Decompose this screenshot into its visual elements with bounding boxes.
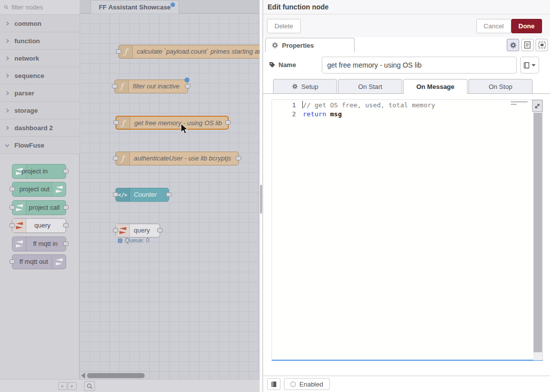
output-port[interactable] (63, 241, 69, 246)
category-label: storage (14, 107, 38, 114)
name-form-row: Name (263, 52, 550, 78)
mqtt-icon (52, 255, 66, 269)
flow-tab[interactable]: FF Assistant Showcase (91, 0, 179, 13)
palette-category-dashboard2[interactable]: dashboard 2 (0, 119, 80, 137)
input-port[interactable] (113, 156, 118, 160)
tab-on-start[interactable]: On Start (338, 79, 402, 94)
node-status: Queue: 0 (118, 237, 149, 244)
output-port[interactable] (236, 156, 241, 160)
properties-tab-label: Properties (282, 42, 314, 49)
input-port[interactable] (113, 192, 118, 197)
footer-library-button[interactable] (267, 378, 280, 390)
code-editor[interactable]: 1 // get OS free, used, total memory 2 r… (272, 99, 543, 361)
chevron-right-icon (5, 91, 9, 95)
input-port[interactable] (9, 223, 15, 228)
palette-category-flowfuse[interactable]: FlowFuse (0, 137, 80, 154)
palette-search-input[interactable] (11, 3, 71, 11)
output-port[interactable] (157, 228, 163, 233)
flow-node-calculate-primes[interactable]: ƒ calculate `payload.count` primes start… (118, 45, 260, 59)
flow-modified-dot (171, 2, 175, 7)
palette-footer: « » (0, 379, 80, 392)
tab-setup[interactable]: Setup (273, 79, 337, 94)
tab-on-message[interactable]: On Message (403, 79, 467, 94)
flow-node-get-free-memory[interactable]: ƒ get free memory - using OS lib (115, 116, 229, 130)
chevron-right-icon (5, 56, 9, 61)
delete-button[interactable]: Delete (267, 19, 301, 33)
workspace-search-button[interactable] (84, 381, 95, 391)
palette-category-common[interactable]: common (0, 15, 80, 32)
hscroll-thumb[interactable] (87, 373, 145, 378)
flow-workspace[interactable]: FF Assistant Showcase ƒ calculate `paylo… (80, 0, 260, 392)
edit-properties-button[interactable] (507, 39, 519, 51)
tab-label: Setup (301, 83, 318, 90)
palette-category-function[interactable]: function (0, 32, 80, 50)
tray-header: Edit function node (263, 0, 550, 14)
palette-node-ff-mqtt-out[interactable]: ff mqtt out (12, 254, 66, 269)
canvas-vscroll-thumb[interactable] (260, 185, 262, 214)
library-button[interactable] (520, 57, 539, 74)
input-port[interactable] (9, 187, 15, 191)
palette-node-project-call[interactable]: project call (12, 200, 66, 215)
palette-category-parser[interactable]: parser (0, 84, 80, 102)
edit-description-button[interactable] (521, 39, 534, 51)
enabled-toggle-button[interactable]: Enabled (284, 378, 330, 390)
output-port[interactable] (63, 205, 69, 210)
output-port[interactable] (185, 84, 190, 88)
palette-node-ff-mqtt-in[interactable]: ff mqtt in (12, 236, 66, 251)
flow-tab-label: FF Assistant Showcase (99, 3, 171, 11)
output-port[interactable] (63, 169, 69, 173)
palette-node-project-in[interactable]: project in (12, 164, 66, 179)
input-port[interactable] (9, 259, 15, 264)
output-port[interactable] (63, 223, 69, 228)
code-line: 1 // get OS free, used, total memory (272, 101, 543, 110)
input-port[interactable] (116, 49, 121, 54)
workspace-tab-bar: FF Assistant Showcase (80, 0, 260, 13)
tab-on-stop[interactable]: On Stop (468, 79, 533, 94)
palette-search[interactable] (0, 0, 80, 15)
input-port[interactable] (9, 205, 15, 210)
output-port[interactable] (166, 192, 172, 197)
editor-expand-button[interactable] (532, 100, 543, 112)
node-label: filter out inactive (133, 80, 180, 93)
palette-expand-all-button[interactable]: » (68, 382, 77, 390)
tab-properties[interactable]: Properties (265, 38, 355, 53)
flow-node-authenticate-user[interactable]: ƒ authenticateUser - use lib bcryptjs (115, 152, 239, 165)
variable-token: msg (326, 110, 342, 118)
text-cursor (302, 101, 303, 108)
palette-category-storage[interactable]: storage (0, 102, 80, 119)
node-appearance-button[interactable] (536, 39, 548, 51)
mqtt-icon (12, 237, 26, 251)
editor-scrollbar-thumb[interactable] (534, 113, 542, 352)
enabled-state-icon (290, 382, 296, 387)
document-icon (524, 41, 531, 49)
palette-collapse-all-button[interactable]: « (58, 382, 67, 390)
input-port[interactable] (112, 84, 117, 88)
enabled-label: Enabled (299, 381, 323, 388)
palette-category-sequence[interactable]: sequence (0, 67, 80, 84)
palette-category-network[interactable]: network (0, 50, 80, 67)
chevron-right-icon (5, 39, 9, 43)
line-number: 2 (272, 110, 296, 119)
input-port[interactable] (113, 228, 118, 233)
flow-node-filter-out-inactive[interactable]: ƒ filter out inactive (114, 79, 188, 93)
hscroll-left-arrow[interactable] (81, 373, 85, 379)
input-port[interactable] (113, 120, 119, 125)
status-dot (118, 238, 122, 243)
category-label: FlowFuse (14, 142, 44, 149)
palette-node-query[interactable]: query (12, 218, 66, 233)
output-port[interactable] (225, 120, 231, 125)
gear-icon (510, 42, 517, 49)
code-comment: // get OS free, used, total memory (303, 101, 435, 110)
flow-node-counter[interactable]: </> Counter (115, 188, 169, 202)
palette-node-label: ff mqtt in (33, 237, 58, 251)
chevron-right-icon (5, 126, 9, 130)
mouse-cursor (181, 123, 189, 135)
name-input[interactable] (322, 57, 517, 74)
appearance-icon (538, 41, 546, 49)
done-button[interactable]: Done (511, 19, 543, 33)
tag-icon (269, 62, 275, 68)
flow-node-query[interactable]: query (115, 224, 160, 237)
cancel-button[interactable]: Cancel (476, 19, 511, 33)
palette-node-project-out[interactable]: project out (12, 182, 66, 197)
book-icon (524, 62, 530, 69)
